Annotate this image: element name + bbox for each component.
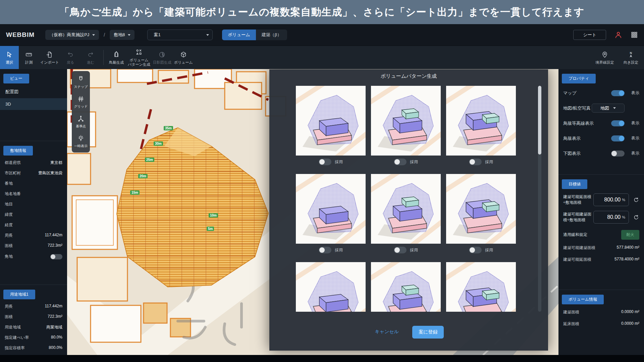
target-label: 建築可能建築面積÷敷地面積: [563, 212, 593, 223]
volume-pattern-cell[interactable]: 採用: [446, 262, 516, 312]
adopt-toggle[interactable]: [469, 159, 482, 165]
info-row: 周長117.442m: [0, 301, 67, 312]
pin-icon: [601, 51, 608, 59]
adopt-label: 採用: [485, 247, 493, 253]
modal-body: 採用: [269, 83, 548, 312]
volume-pattern-thumbnail[interactable]: [296, 262, 366, 312]
user-icon[interactable]: [614, 31, 623, 39]
adopt-toggle[interactable]: [394, 247, 407, 253]
palette-item-magnet[interactable]: スナップ: [72, 75, 90, 89]
toolbar-item-pattern[interactable]: ボリューム パターン生成: [126, 46, 152, 69]
volume-pattern-thumbnail[interactable]: [371, 262, 441, 312]
volume-pattern-cell[interactable]: 採用: [296, 86, 366, 165]
site-selector[interactable]: 敷地8: [110, 30, 135, 40]
volume-pattern-thumbnail[interactable]: [446, 262, 516, 312]
volume-pattern-cell[interactable]: 採用: [371, 262, 441, 312]
bcr-value: 80.00: [607, 214, 621, 220]
app-grid-icon[interactable]: [631, 31, 638, 39]
volume-pattern-thumbnail[interactable]: [446, 86, 516, 156]
volume-pattern-render: [296, 86, 366, 156]
palette-item-datum[interactable]: 基準点: [72, 115, 90, 129]
volume-pattern-cell[interactable]: 採用: [371, 86, 441, 165]
modal-scrollbar[interactable]: [538, 86, 541, 312]
adopt-toggle[interactable]: [394, 159, 407, 165]
map-toggle[interactable]: [611, 90, 625, 96]
adopt-row: 採用: [446, 247, 516, 253]
toolbar-item-compass[interactable]: N向き設定: [618, 46, 644, 69]
volume-pattern-cell[interactable]: 採用: [296, 174, 366, 253]
toolbar-item-ruler[interactable]: 計測: [19, 46, 39, 69]
toolbar-item-cursor[interactable]: 選択: [0, 46, 19, 69]
site-info-title: 敷地情報: [3, 146, 33, 156]
cage-contour-toggle[interactable]: [611, 120, 625, 126]
fireproof-badge[interactable]: 耐火: [621, 230, 639, 240]
volume-pattern-cell[interactable]: 採用: [446, 174, 516, 253]
toolbar-item-undo[interactable]: 戻る: [60, 46, 80, 69]
bcr-input[interactable]: 80.00 %: [593, 211, 629, 224]
adopt-row: 採用: [371, 159, 441, 165]
volume-pattern-cell[interactable]: 採用: [446, 86, 516, 165]
toolbar-item-volume[interactable]: ボリューム: [173, 46, 194, 69]
adopt-toggle[interactable]: [319, 159, 331, 165]
chevron-down-icon: [92, 34, 95, 36]
toolbar-item-redo[interactable]: 進む: [80, 46, 101, 69]
height-label: 30m: [154, 141, 163, 146]
zone-section-title: 用途地域1: [3, 290, 35, 299]
info-row: 建築面積0.0000 m²: [558, 306, 644, 318]
adopt-toggle[interactable]: [319, 247, 331, 253]
volume-pattern-thumbnail[interactable]: [296, 174, 366, 244]
register-plan-button[interactable]: 案に登録: [412, 326, 444, 339]
info-label: 地名地番: [5, 191, 21, 197]
corner-lot-label: 角地: [5, 254, 13, 259]
cancel-button[interactable]: キャンセル: [374, 326, 400, 338]
plan-selector[interactable]: 案1: [147, 29, 213, 40]
underlay-toggle[interactable]: [611, 150, 625, 157]
volume-pattern-thumbnail[interactable]: [296, 86, 366, 156]
refresh-icon[interactable]: [633, 197, 639, 203]
far-input[interactable]: 800.00 %: [593, 193, 629, 206]
tab-volume[interactable]: ボリューム: [222, 29, 256, 40]
spacer: [0, 262, 67, 281]
toolbar-item-label: 日影図生成: [153, 60, 171, 65]
info-label: 延床面積: [563, 321, 579, 327]
volume-pattern-thumbnail[interactable]: [371, 174, 441, 244]
info-label: 都道府県: [5, 160, 21, 166]
info-label: 面積: [5, 243, 13, 249]
view-item-3d[interactable]: 3D: [0, 98, 67, 110]
toolbar-item-pin[interactable]: 境界線設定: [592, 46, 618, 69]
adopt-toggle[interactable]: [469, 247, 482, 253]
right-sidebar: プロパティ マップ 表示 地図/航空写真 地図 鳥籠等高線表示 表示 鳥籠表示 …: [558, 69, 644, 355]
sheet-button[interactable]: シート: [573, 30, 606, 40]
target-row-bcr: 建築可能建築面積÷敷地面積 80.00 %: [558, 208, 644, 226]
tab-building-beta[interactable]: 建築（β）: [256, 29, 287, 40]
adopt-label: 採用: [335, 159, 343, 165]
refresh-icon[interactable]: [633, 214, 639, 221]
info-value: 5778.4000 m²: [614, 257, 639, 262]
palette-item-bulb[interactable]: 一時表示: [72, 134, 90, 148]
plan-name: 案1: [154, 32, 160, 38]
height-label: 35m: [164, 126, 173, 130]
volume-pattern-cell[interactable]: 採用: [371, 174, 441, 253]
targets-title: 目標値: [562, 179, 587, 189]
toolbar-item-cage[interactable]: 鳥籠生成: [106, 46, 126, 69]
volume-pattern-thumbnail[interactable]: [371, 86, 441, 156]
volume-pattern-cell[interactable]: 採用: [296, 262, 366, 312]
toolbar-item-import[interactable]: インポート: [39, 46, 60, 69]
corner-lot-toggle[interactable]: [50, 254, 62, 259]
map-type-select[interactable]: 地図: [592, 104, 625, 113]
cage-toggle[interactable]: [611, 135, 625, 141]
palette-item-grid[interactable]: グリッド: [72, 95, 90, 109]
toggle-suffix: 表示: [628, 150, 639, 156]
volume-pattern-render: [446, 174, 516, 244]
site-name: 敷地8: [114, 32, 125, 38]
adopt-label: 採用: [410, 159, 418, 165]
toolbar-item-shadow[interactable]: 日影図生成: [152, 46, 173, 69]
pattern-grid: 採用: [296, 86, 548, 312]
height-label: 5m: [207, 227, 214, 231]
info-row: 面積722.3m²: [0, 241, 67, 251]
volume-pattern-thumbnail[interactable]: [446, 174, 516, 244]
view-item-siteplan[interactable]: 配置図: [0, 85, 67, 98]
height-label: 25m: [145, 158, 154, 162]
project-selector[interactable]: （仮称）商業施設PJ: [45, 30, 99, 40]
zone-rows: 周長117.442m面積722.3m²用途地域商業地域指定建ぺい率80.0%指定…: [0, 301, 67, 355]
